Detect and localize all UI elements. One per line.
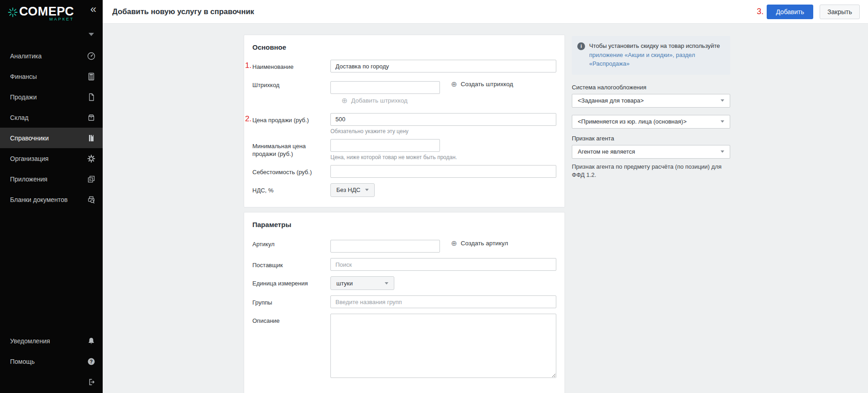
- section-title: Параметры: [252, 221, 555, 228]
- calculator-icon: [86, 72, 96, 82]
- help-icon: ?: [86, 357, 96, 367]
- discount-info-box: i Чтобы установить скидку на товар испол…: [572, 36, 730, 75]
- info-icon: i: [577, 42, 585, 50]
- tax-system-dropdown[interactable]: <Заданная для товара>: [572, 94, 730, 108]
- page-title: Добавить новую услугу в справочник: [112, 7, 254, 16]
- vat-label: НДС, %: [252, 183, 330, 197]
- sidebar-collapse-icon[interactable]: «: [90, 3, 96, 16]
- barcode-label: Штрихкод: [252, 78, 330, 94]
- tax-system-secondary-dropdown[interactable]: <Применяется из юр. лица (основная)>: [572, 115, 730, 129]
- field-row-groups: Группы: [252, 295, 555, 308]
- page-header: Добавить новую услугу в справочник 3. До…: [103, 0, 868, 24]
- sidebar-item-label: Приложения: [10, 176, 86, 183]
- add-button[interactable]: Добавить: [767, 5, 813, 19]
- chevron-down-icon: [385, 282, 388, 284]
- section-title: Основное: [252, 43, 555, 51]
- groups-input[interactable]: [330, 295, 556, 308]
- sidebar: СОМЕРС МАРКЕТ « Аналитика Финансы П: [0, 0, 103, 393]
- create-sku-link[interactable]: ⊕Создать артикул: [451, 237, 508, 250]
- sidebar-item-label: Уведомления: [10, 337, 86, 345]
- sidebar-item-help[interactable]: Помощь ?: [0, 351, 103, 372]
- org-switcher-caret-icon[interactable]: [89, 33, 94, 36]
- price-label: Цена продажи (руб.): [252, 117, 309, 124]
- sidebar-item-label: Справочники: [10, 134, 86, 142]
- apps-icon: [86, 174, 96, 184]
- sidebar-item-notifications[interactable]: Уведомления: [0, 331, 103, 351]
- chevron-down-icon: [365, 189, 369, 191]
- app-root: СОМЕРС МАРКЕТ « Аналитика Финансы П: [0, 0, 868, 393]
- sku-label: Артикул: [252, 237, 330, 253]
- logo-primary-text: СОМЕРС: [19, 5, 74, 17]
- sidebar-item-finance[interactable]: Финансы: [0, 66, 103, 87]
- plus-circle-icon: ⊕: [451, 240, 457, 247]
- sidebar-item-warehouse[interactable]: Склад: [0, 107, 103, 128]
- field-row-price: 2. Цена продажи (руб.) Обязательно укажи…: [252, 113, 555, 134]
- description-textarea[interactable]: [330, 314, 556, 378]
- gauge-icon: [86, 51, 96, 61]
- min-price-input[interactable]: [330, 139, 440, 152]
- add-barcode-row: ⊕Добавить штрихкод: [341, 97, 555, 105]
- field-row-name: 1. Наименование: [252, 60, 555, 72]
- name-label: Наименование: [252, 63, 293, 70]
- sidebar-item-document-forms[interactable]: Бланки документов: [0, 189, 103, 210]
- bell-icon: [86, 336, 96, 346]
- discount-app-link[interactable]: приложение «Акции и скидки», раздел «Рас…: [589, 52, 695, 67]
- sidebar-item-sales[interactable]: Продажи: [0, 87, 103, 107]
- name-input[interactable]: [330, 60, 556, 72]
- min-price-hint: Цена, ниже которой товар не может быть п…: [330, 154, 555, 160]
- barcode-input[interactable]: [330, 81, 440, 94]
- main-area: Добавить новую услугу в справочник 3. До…: [103, 0, 868, 393]
- gear-icon: [86, 154, 96, 164]
- vat-dropdown[interactable]: Без НДС: [330, 183, 375, 197]
- annotation-2: 2.: [245, 114, 251, 124]
- unit-dropdown[interactable]: штуки: [330, 276, 394, 290]
- sidebar-item-organization[interactable]: Организация: [0, 148, 103, 169]
- sidebar-item-logout[interactable]: [0, 372, 103, 392]
- tax-system-label: Система налогообложения: [572, 84, 730, 91]
- field-row-sku: Артикул ⊕Создать артикул: [252, 237, 555, 253]
- cost-input[interactable]: [330, 165, 556, 178]
- starburst-logo-icon: [7, 7, 18, 20]
- field-row-unit: Единица измерения штуки: [252, 276, 555, 290]
- price-hint: Обязательно укажите эту цену: [330, 128, 556, 134]
- form-column: Основное 1. Наименование Штрихкод: [244, 35, 565, 393]
- sidebar-item-label: Продажи: [10, 93, 86, 101]
- document-icon: [86, 92, 96, 102]
- plus-circle-icon: ⊕: [341, 97, 347, 104]
- print-search-icon: [86, 195, 96, 205]
- add-barcode-link[interactable]: ⊕Добавить штрихкод: [341, 97, 408, 104]
- sku-input[interactable]: [330, 240, 440, 253]
- content-area: Основное 1. Наименование Штрихкод: [103, 24, 868, 393]
- sidebar-item-label: Бланки документов: [10, 196, 86, 203]
- field-row-vat: НДС, % Без НДС: [252, 183, 555, 197]
- description-label: Описание: [252, 314, 330, 380]
- sidebar-item-directories[interactable]: Справочники: [0, 128, 103, 148]
- min-price-label: Минимальная цена продажи (руб.): [252, 139, 330, 160]
- field-row-cost: Себестоимость (руб.): [252, 165, 555, 178]
- sidebar-item-label: Склад: [10, 114, 86, 121]
- unit-label: Единица измерения: [252, 276, 330, 290]
- svg-text:?: ?: [90, 358, 93, 364]
- section-params-card: Параметры Артикул ⊕Создать артикул Поста…: [244, 212, 565, 393]
- sidebar-item-analytics[interactable]: Аналитика: [0, 46, 103, 66]
- chevron-down-icon: [721, 99, 724, 102]
- sidebar-item-label: Организация: [10, 155, 86, 162]
- annotation-1: 1.: [245, 61, 251, 71]
- supplier-input[interactable]: [330, 258, 556, 271]
- logo: СОМЕРС МАРКЕТ «: [0, 0, 103, 23]
- plus-circle-icon: ⊕: [451, 81, 457, 88]
- field-row-description: Описание: [252, 314, 555, 380]
- close-button[interactable]: Закрыть: [820, 5, 860, 19]
- sidebar-item-label: Аналитика: [10, 52, 86, 60]
- price-input[interactable]: [330, 113, 556, 126]
- create-barcode-link[interactable]: ⊕Создать штрихкод: [451, 78, 513, 91]
- logout-icon: [86, 377, 96, 387]
- sidebar-bottom-menu: Уведомления Помощь ?: [0, 331, 103, 393]
- groups-label: Группы: [252, 295, 330, 308]
- info-text: Чтобы установить скидку на товар использ…: [589, 42, 720, 49]
- agent-dropdown[interactable]: Агентом не является: [572, 145, 730, 159]
- sidebar-item-apps[interactable]: Приложения: [0, 169, 103, 189]
- field-row-min-price: Минимальная цена продажи (руб.) Цена, ни…: [252, 139, 555, 160]
- sidebar-menu: Аналитика Финансы Продажи Склад: [0, 46, 103, 210]
- field-row-barcode: Штрихкод ⊕Создать штрихкод: [252, 78, 555, 94]
